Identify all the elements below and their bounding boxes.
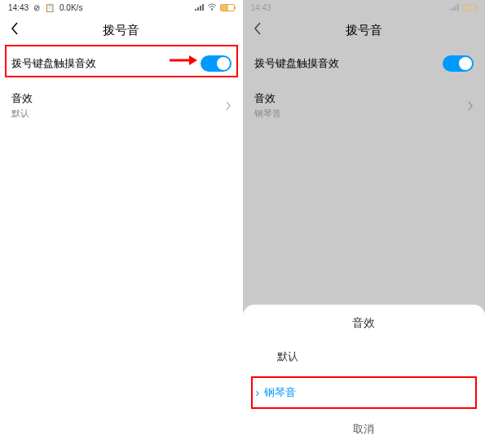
screen-left: 14:43 ⊘ 📋 0.0K/s: [0, 0, 243, 448]
status-bar: 14:43 ⊘ 📋 0.0K/s: [0, 0, 243, 15]
wifi-icon: [207, 3, 217, 11]
touch-sound-toggle[interactable]: [443, 55, 474, 72]
sheet-option-default[interactable]: 默认: [243, 339, 486, 375]
page-title: 拨号音: [103, 23, 139, 38]
battery-icon: [220, 4, 235, 11]
touch-sound-label: 拨号键盘触摸音效: [254, 56, 443, 71]
chevron-left-icon: [10, 21, 20, 36]
screen-right: 14:43 拨号音 拨号键盘触摸音效: [243, 0, 486, 448]
status-bar: 14:43: [243, 0, 486, 15]
sound-effect-sheet: 音效 默认 › 钢琴音 取消: [243, 305, 486, 448]
clipboard-icon: 📋: [45, 3, 55, 12]
sheet-option-piano[interactable]: › 钢琴音: [243, 375, 486, 411]
svg-point-0: [211, 9, 213, 11]
signal-icon: [195, 4, 204, 11]
sound-effect-value: 默认: [11, 108, 225, 120]
touch-sound-toggle[interactable]: [201, 55, 231, 72]
battery-icon: [462, 4, 477, 11]
sheet-cancel-button[interactable]: 取消: [243, 411, 486, 448]
check-icon: ›: [256, 386, 260, 399]
sound-effect-row[interactable]: 音效 默认: [0, 81, 243, 130]
header: 拨号音: [243, 15, 486, 46]
back-button[interactable]: [10, 21, 20, 39]
status-speed: 0.0K/s: [60, 3, 82, 12]
sound-effect-label: 音效: [11, 91, 225, 106]
chevron-right-icon: [467, 100, 474, 112]
touch-sound-row[interactable]: 拨号键盘触摸音效: [243, 46, 486, 81]
chevron-left-icon: [253, 21, 262, 36]
chevron-right-icon: [225, 100, 231, 112]
status-time: 14:43: [8, 3, 29, 12]
touch-sound-row[interactable]: 拨号键盘触摸音效: [0, 46, 243, 81]
sheet-title: 音效: [243, 305, 486, 339]
signal-icon: [450, 4, 459, 11]
do-not-disturb-icon: ⊘: [33, 3, 40, 12]
header: 拨号音: [0, 15, 243, 46]
touch-sound-label: 拨号键盘触摸音效: [11, 56, 201, 71]
page-title: 拨号音: [346, 23, 382, 38]
sound-effect-value: 钢琴音: [254, 108, 468, 120]
status-time: 14:43: [251, 3, 271, 12]
back-button[interactable]: [253, 21, 262, 39]
sound-effect-row[interactable]: 音效 钢琴音: [243, 81, 486, 130]
sound-effect-label: 音效: [254, 91, 468, 106]
